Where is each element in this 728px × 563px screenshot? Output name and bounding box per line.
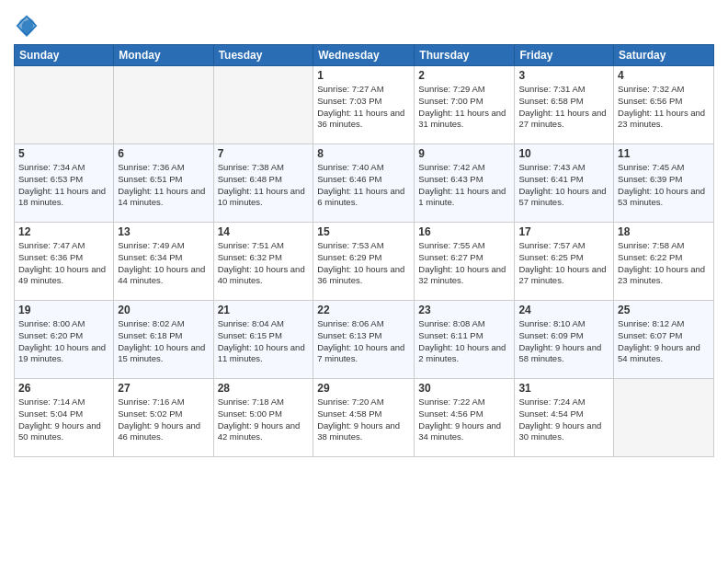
day-number: 28 [218,382,310,395]
day-number: 9 [418,147,510,160]
day-cell [15,66,114,144]
day-number: 21 [218,304,310,316]
day-info: Sunrise: 8:08 AMSunset: 6:11 PMDaylight:… [418,318,510,365]
day-cell: 26Sunrise: 7:14 AMSunset: 5:04 PMDayligh… [15,379,114,457]
day-number: 4 [618,69,710,82]
day-cell [114,66,213,144]
day-info: Sunrise: 8:04 AMSunset: 6:15 PMDaylight:… [218,318,310,365]
day-number: 19 [18,304,109,316]
day-cell: 21Sunrise: 8:04 AMSunset: 6:15 PMDayligh… [213,301,313,379]
day-number: 25 [618,304,710,316]
day-cell: 13Sunrise: 7:49 AMSunset: 6:34 PMDayligh… [114,223,213,301]
day-number: 7 [218,147,310,160]
weekday-header-friday: Friday [515,45,614,66]
page-header [14,9,714,39]
day-number: 31 [518,382,609,395]
day-cell: 9Sunrise: 7:42 AMSunset: 6:43 PMDaylight… [415,144,515,223]
day-cell: 11Sunrise: 7:45 AMSunset: 6:39 PMDayligh… [614,144,714,223]
day-info: Sunrise: 7:24 AMSunset: 4:54 PMDaylight:… [518,396,609,443]
day-info: Sunrise: 7:45 AMSunset: 6:39 PMDaylight:… [618,162,710,209]
day-cell: 31Sunrise: 7:24 AMSunset: 4:54 PMDayligh… [515,379,614,457]
calendar-page: SundayMondayTuesdayWednesdayThursdayFrid… [0,0,728,563]
day-number: 12 [18,225,109,238]
weekday-header-saturday: Saturday [614,45,714,66]
day-number: 23 [418,304,510,316]
day-cell: 28Sunrise: 7:18 AMSunset: 5:00 PMDayligh… [213,379,313,457]
day-info: Sunrise: 7:43 AMSunset: 6:41 PMDaylight:… [518,162,609,209]
day-info: Sunrise: 7:34 AMSunset: 6:53 PMDaylight:… [18,162,109,209]
day-info: Sunrise: 8:12 AMSunset: 6:07 PMDaylight:… [618,318,710,365]
day-info: Sunrise: 7:51 AMSunset: 6:32 PMDaylight:… [218,240,310,287]
day-cell: 25Sunrise: 8:12 AMSunset: 6:07 PMDayligh… [614,301,714,379]
week-row-1: 1Sunrise: 7:27 AMSunset: 7:03 PMDaylight… [15,66,714,144]
day-cell: 22Sunrise: 8:06 AMSunset: 6:13 PMDayligh… [313,301,415,379]
day-info: Sunrise: 7:49 AMSunset: 6:34 PMDaylight:… [118,240,209,287]
day-info: Sunrise: 7:42 AMSunset: 6:43 PMDaylight:… [418,162,510,209]
day-info: Sunrise: 7:47 AMSunset: 6:36 PMDaylight:… [18,240,109,287]
day-number: 20 [118,304,209,316]
weekday-header-tuesday: Tuesday [213,45,313,66]
day-info: Sunrise: 7:16 AMSunset: 5:02 PMDaylight:… [118,396,209,443]
day-number: 29 [317,382,410,395]
day-cell: 18Sunrise: 7:58 AMSunset: 6:22 PMDayligh… [614,223,714,301]
day-info: Sunrise: 8:00 AMSunset: 6:20 PMDaylight:… [18,318,109,365]
day-info: Sunrise: 8:10 AMSunset: 6:09 PMDaylight:… [518,318,609,365]
day-cell: 23Sunrise: 8:08 AMSunset: 6:11 PMDayligh… [415,301,515,379]
day-cell: 1Sunrise: 7:27 AMSunset: 7:03 PMDaylight… [313,66,415,144]
day-number: 22 [317,304,410,316]
day-cell: 17Sunrise: 7:57 AMSunset: 6:25 PMDayligh… [515,223,614,301]
day-cell: 24Sunrise: 8:10 AMSunset: 6:09 PMDayligh… [515,301,614,379]
day-number: 1 [317,69,410,82]
weekday-header-sunday: Sunday [15,45,114,66]
day-number: 27 [118,382,209,395]
day-number: 17 [518,225,609,238]
day-cell: 12Sunrise: 7:47 AMSunset: 6:36 PMDayligh… [15,223,114,301]
day-cell: 5Sunrise: 7:34 AMSunset: 6:53 PMDaylight… [15,144,114,223]
day-cell: 15Sunrise: 7:53 AMSunset: 6:29 PMDayligh… [313,223,415,301]
day-cell: 27Sunrise: 7:16 AMSunset: 5:02 PMDayligh… [114,379,213,457]
day-number: 16 [418,225,510,238]
day-number: 26 [18,382,109,395]
calendar-table: SundayMondayTuesdayWednesdayThursdayFrid… [14,44,714,457]
day-info: Sunrise: 7:57 AMSunset: 6:25 PMDaylight:… [518,240,609,287]
day-cell: 2Sunrise: 7:29 AMSunset: 7:00 PMDaylight… [415,66,515,144]
day-number: 14 [218,225,310,238]
day-info: Sunrise: 8:06 AMSunset: 6:13 PMDaylight:… [317,318,410,365]
week-row-2: 5Sunrise: 7:34 AMSunset: 6:53 PMDaylight… [15,144,714,223]
day-number: 18 [618,225,710,238]
day-info: Sunrise: 7:55 AMSunset: 6:27 PMDaylight:… [418,240,510,287]
day-info: Sunrise: 7:58 AMSunset: 6:22 PMDaylight:… [618,240,710,287]
day-cell: 7Sunrise: 7:38 AMSunset: 6:48 PMDaylight… [213,144,313,223]
day-number: 3 [518,69,609,82]
day-info: Sunrise: 7:31 AMSunset: 6:58 PMDaylight:… [518,84,609,131]
weekday-header-thursday: Thursday [415,45,515,66]
day-info: Sunrise: 7:22 AMSunset: 4:56 PMDaylight:… [418,396,510,443]
week-row-3: 12Sunrise: 7:47 AMSunset: 6:36 PMDayligh… [15,223,714,301]
day-number: 6 [118,147,209,160]
logo [14,13,43,39]
day-number: 30 [418,382,510,395]
day-cell: 20Sunrise: 8:02 AMSunset: 6:18 PMDayligh… [114,301,213,379]
day-info: Sunrise: 7:53 AMSunset: 6:29 PMDaylight:… [317,240,410,287]
day-cell: 29Sunrise: 7:20 AMSunset: 4:58 PMDayligh… [313,379,415,457]
day-cell: 14Sunrise: 7:51 AMSunset: 6:32 PMDayligh… [213,223,313,301]
day-cell: 4Sunrise: 7:32 AMSunset: 6:56 PMDaylight… [614,66,714,144]
day-cell [213,66,313,144]
day-cell: 6Sunrise: 7:36 AMSunset: 6:51 PMDaylight… [114,144,213,223]
day-number: 2 [418,69,510,82]
day-cell: 16Sunrise: 7:55 AMSunset: 6:27 PMDayligh… [415,223,515,301]
weekday-header-monday: Monday [114,45,213,66]
day-number: 10 [518,147,609,160]
week-row-5: 26Sunrise: 7:14 AMSunset: 5:04 PMDayligh… [15,379,714,457]
week-row-4: 19Sunrise: 8:00 AMSunset: 6:20 PMDayligh… [15,301,714,379]
day-info: Sunrise: 7:40 AMSunset: 6:46 PMDaylight:… [317,162,410,209]
day-info: Sunrise: 7:27 AMSunset: 7:03 PMDaylight:… [317,84,410,131]
day-info: Sunrise: 7:14 AMSunset: 5:04 PMDaylight:… [18,396,109,443]
day-cell [614,379,714,457]
logo-icon [14,13,40,39]
day-number: 8 [317,147,410,160]
day-info: Sunrise: 8:02 AMSunset: 6:18 PMDaylight:… [118,318,209,365]
day-info: Sunrise: 7:18 AMSunset: 5:00 PMDaylight:… [218,396,310,443]
day-number: 13 [118,225,209,238]
day-number: 24 [518,304,609,316]
